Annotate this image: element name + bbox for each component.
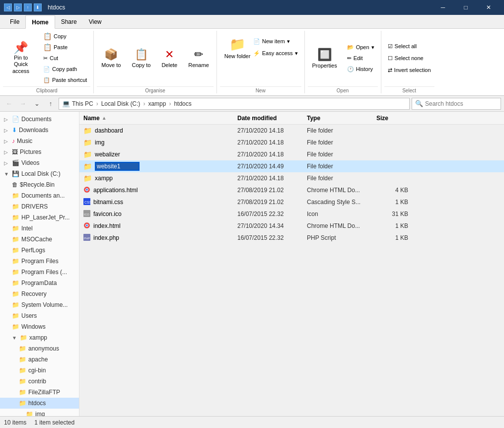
sidebar-item-music[interactable]: ▷ ♪ Music	[0, 136, 79, 146]
rename-button[interactable]: ✏ Rename	[184, 41, 214, 75]
sidebar-item-system-volume[interactable]: 📁 System Volume...	[0, 299, 79, 310]
minimize-button[interactable]: ─	[432, 0, 454, 15]
history-button[interactable]: 🕐 History	[344, 64, 378, 74]
file-type-cell: PHP Script	[303, 234, 372, 241]
new-item-icon: 📄	[253, 38, 260, 45]
sidebar-item-documents-and[interactable]: 📁 Documents an...	[0, 190, 79, 201]
folder-icon: 📁	[19, 367, 26, 374]
tab-share[interactable]: Share	[55, 15, 83, 28]
title-quick-access-3[interactable]: ↑	[24, 3, 32, 11]
sidebar-item-filezilla[interactable]: 📁 FileZillaFTP	[0, 387, 79, 398]
file-type-cell: File folder	[303, 151, 372, 158]
sidebar-item-htdocs[interactable]: 📁 htdocs	[0, 398, 79, 409]
title-quick-access-4[interactable]: ⬇	[34, 3, 42, 11]
clipboard-group: 📌 Pin to Quick access 📋 Copy 📋 Paste ✂ C…	[0, 31, 94, 93]
sidebar-item-drivers[interactable]: 📁 DRIVERS	[0, 201, 79, 212]
sidebar-item-img[interactable]: 📁 img	[0, 409, 79, 416]
table-row[interactable]: 📁 img 27/10/2020 14.18 File folder	[79, 137, 504, 148]
table-row[interactable]: index.html 27/10/2020 14.34 Chrome HTML …	[79, 220, 504, 232]
sidebar-item-xampp[interactable]: ▼ 📁 xampp	[0, 332, 79, 343]
cut-label: Cut	[50, 55, 58, 61]
table-row[interactable]: 📁 webalizer 27/10/2020 14.18 File folder	[79, 148, 504, 160]
sidebar-item-msocache[interactable]: 📁 MSOCache	[0, 234, 79, 245]
open-button[interactable]: 📂 Open ▾	[344, 42, 378, 53]
paste-shortcut-button[interactable]: 📋 Paste shortcut	[40, 74, 90, 85]
up-button[interactable]: ↑	[45, 98, 57, 110]
sidebar-label-windows: Windows	[21, 323, 46, 330]
breadcrumb-this-pc[interactable]: This PC	[72, 100, 93, 107]
sidebar-item-program-files[interactable]: 📁 Program Files	[0, 256, 79, 267]
maximize-button[interactable]: □	[454, 0, 477, 15]
easy-access-button[interactable]: ⚡ Easy access ▾	[250, 48, 301, 59]
tab-view[interactable]: View	[83, 15, 108, 28]
sidebar-item-perflogs[interactable]: 📁 PerfLogs	[0, 245, 79, 256]
table-row[interactable]: CSS bitnami.css 27/08/2019 21.02 Cascadi…	[79, 196, 504, 208]
search-input[interactable]	[425, 100, 498, 107]
sidebar-item-local-disk[interactable]: ▼ 💾 Local Disk (C:)	[0, 168, 79, 179]
sidebar-item-program-files-x[interactable]: 📁 Program Files (...	[0, 267, 79, 278]
sidebar-item-cgi-bin[interactable]: 📁 cgi-bin	[0, 365, 79, 376]
sidebar-label-program-files: Program Files	[21, 258, 59, 265]
breadcrumb-htdocs[interactable]: htdocs	[174, 100, 191, 107]
select-all-button[interactable]: ☑ Select all	[384, 41, 421, 52]
table-row[interactable]: 📁 xampp 27/10/2020 14.18 File folder	[79, 172, 504, 184]
back-button[interactable]: ←	[3, 98, 15, 110]
table-row[interactable]: 📁 27/10/2020 14.49 File folder	[79, 160, 504, 172]
sidebar-label-cgi-bin: cgi-bin	[28, 367, 46, 374]
recent-locations-button[interactable]: ⌄	[31, 98, 43, 110]
edit-button[interactable]: ✏ Edit	[344, 53, 378, 64]
search-box[interactable]: 🔍	[412, 98, 501, 110]
copy-to-button[interactable]: 📋 Copy to	[127, 41, 155, 75]
col-type[interactable]: Type	[303, 115, 372, 122]
sidebar-item-apache[interactable]: 📁 apache	[0, 354, 79, 365]
sidebar-item-users[interactable]: 📁 Users	[0, 310, 79, 321]
select-content: ☑ Select all ☐ Select none ⇄ Invert sele…	[384, 31, 434, 85]
close-button[interactable]: ✕	[477, 0, 500, 15]
copy-path-button[interactable]: 📄 Copy path	[40, 64, 90, 74]
col-name[interactable]: Name ▲	[79, 115, 233, 122]
table-row[interactable]: applications.html 27/08/2019 21.02 Chrom…	[79, 184, 504, 196]
title-quick-access-2[interactable]: ▷	[14, 3, 22, 11]
sidebar-item-anonymous[interactable]: 📁 anonymous	[0, 343, 79, 354]
sidebar-item-intel[interactable]: 📁 Intel	[0, 223, 79, 234]
address-box[interactable]: 💻 This PC › Local Disk (C:) › xampp › ht…	[59, 98, 410, 110]
sidebar-item-hp[interactable]: 📁 HP_LaserJet_Pr...	[0, 212, 79, 223]
sidebar-item-programdata[interactable]: 📁 ProgramData	[0, 278, 79, 288]
file-type-cell: Chrome HTML Do...	[303, 222, 372, 229]
table-row[interactable]: ICO favicon.ico 16/07/2015 22.32 Icon 31…	[79, 208, 504, 220]
breadcrumb-local-disk[interactable]: Local Disk (C:)	[101, 100, 141, 107]
file-type-cell: Chrome HTML Do...	[303, 187, 372, 194]
paste-shortcut-icon: 📋	[43, 77, 50, 83]
folder-icon: 📁	[12, 247, 19, 254]
sidebar-item-recycle[interactable]: 🗑 $Recycle.Bin	[0, 179, 79, 190]
sidebar-item-videos[interactable]: ▷ 🎬 Videos	[0, 157, 79, 168]
table-row[interactable]: 📁 dashboard 27/10/2020 14.18 File folder	[79, 125, 504, 137]
copy-button[interactable]: 📋 Copy	[40, 31, 90, 42]
select-none-button[interactable]: ☐ Select none	[384, 53, 427, 64]
invert-selection-button[interactable]: ⇄ Invert selection	[384, 65, 434, 75]
sidebar-item-windows[interactable]: 📁 Windows	[0, 321, 79, 332]
breadcrumb-xampp[interactable]: xampp	[148, 100, 166, 107]
cut-button[interactable]: ✂ Cut	[40, 53, 90, 64]
folder-icon: 📁	[19, 345, 26, 352]
pin-to-quick-access-button[interactable]: 📌 Pin to Quick access	[3, 41, 39, 75]
tab-home[interactable]: Home	[25, 15, 55, 29]
forward-button[interactable]: →	[17, 98, 29, 110]
col-date[interactable]: Date modified	[233, 115, 303, 122]
tab-file[interactable]: File	[4, 15, 25, 28]
table-row[interactable]: PHP index.php 16/07/2015 22.32 PHP Scrip…	[79, 232, 504, 244]
delete-button[interactable]: ✕ Delete	[157, 41, 182, 75]
sidebar-item-pictures[interactable]: ▷ 🖼 Pictures	[0, 146, 79, 157]
properties-button[interactable]: 🔲 Properties	[308, 41, 342, 75]
sidebar-item-contrib[interactable]: 📁 contrib	[0, 376, 79, 387]
paste-button[interactable]: 📋 Paste	[40, 42, 90, 53]
sidebar-item-downloads[interactable]: ▷ ⬇ Downloads	[0, 125, 79, 136]
sidebar-item-documents[interactable]: ▷ 📄 Documents	[0, 114, 79, 125]
sidebar-item-recovery[interactable]: 📁 Recovery	[0, 288, 79, 299]
select-all-icon: ☑	[388, 43, 393, 50]
col-size[interactable]: Size	[372, 115, 412, 122]
title-quick-access-1[interactable]: ◁	[4, 3, 12, 11]
move-to-button[interactable]: 📦 Move to	[97, 41, 125, 75]
file-name-input[interactable]	[95, 162, 140, 171]
new-item-button[interactable]: 📄 New item ▾	[250, 36, 301, 47]
